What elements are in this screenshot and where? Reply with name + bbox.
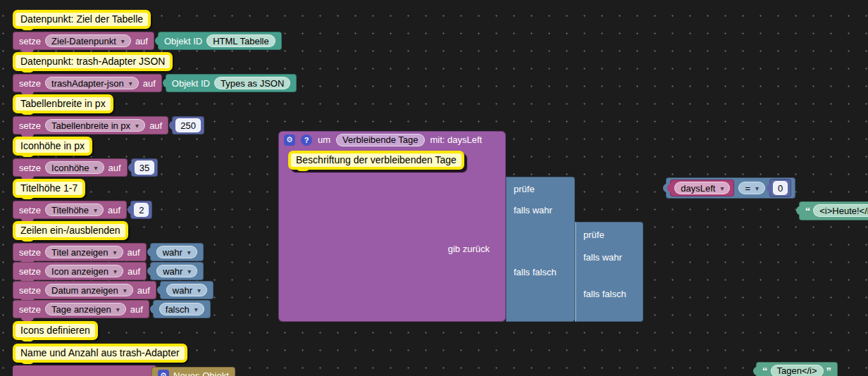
- auf-keyword: auf: [128, 266, 140, 277]
- number-value[interactable]: 2: [134, 203, 149, 217]
- auf-keyword: auf: [108, 163, 121, 173]
- if-true-label: falls wahr: [514, 205, 552, 215]
- um-keyword: um: [318, 134, 330, 145]
- new-object-block[interactable]: ⚙ Neues Objekt: [151, 367, 235, 376]
- set-variable-block[interactable]: setze Tage anzeigen auf: [13, 300, 149, 318]
- setze-keyword: setze: [19, 285, 41, 296]
- comment-block[interactable]: Zeilen ein-/ausblenden: [13, 221, 128, 240]
- boolean-dropdown[interactable]: wahr: [156, 246, 197, 258]
- function-params: mit: daysLeft: [430, 134, 483, 145]
- open-quote-icon: “: [762, 365, 768, 376]
- comment-block[interactable]: Datenpunkt: Ziel der Tabelle: [13, 10, 151, 29]
- function-name-field[interactable]: Verbleibende Tage: [336, 134, 424, 146]
- comment-block[interactable]: Beschriftung der verbleibenden Tage: [288, 151, 464, 170]
- text-value[interactable]: Tagen</i>: [771, 365, 824, 376]
- if-false-label: falls falsch: [583, 289, 626, 299]
- number-block[interactable]: 0: [769, 179, 791, 197]
- blockly-workspace[interactable]: Datenpunkt: Ziel der Tabelle setze Ziel-…: [0, 0, 868, 376]
- set-variable-block[interactable]: setze Ziel-Datenpunkt auf: [13, 32, 154, 50]
- number-block[interactable]: 250: [172, 116, 204, 134]
- mutator-gear-icon[interactable]: ⚙: [158, 370, 169, 376]
- auf-keyword: auf: [137, 285, 150, 296]
- object-id-label: Objekt ID: [172, 78, 210, 89]
- set-variable-block-partial[interactable]: [13, 365, 156, 376]
- boolean-dropdown[interactable]: wahr: [166, 284, 207, 296]
- set-variable-block[interactable]: setze Icon anzeigen auf: [13, 262, 147, 280]
- text-value[interactable]: <i>Heute!</i>: [813, 204, 868, 217]
- if-check-label: prüfe: [514, 184, 535, 194]
- set-variable-block[interactable]: setze Datum anzeigen auf: [13, 281, 156, 299]
- variable-dropdown[interactable]: Datum anzeigen: [45, 284, 133, 296]
- number-block[interactable]: 35: [131, 158, 158, 177]
- setze-keyword: setze: [19, 266, 41, 277]
- comparison-block[interactable]: daysLeft = 0: [666, 177, 795, 199]
- variable-dropdown[interactable]: Ziel-Datenpunkt: [45, 35, 131, 47]
- number-block[interactable]: 2: [130, 201, 152, 219]
- mutator-gear-icon[interactable]: ⚙: [284, 134, 295, 146]
- variable-get-block[interactable]: daysLeft: [670, 180, 734, 196]
- object-id-block[interactable]: Objekt ID HTML Tabelle: [158, 32, 282, 50]
- set-variable-block[interactable]: setze trashAdapter-json auf: [13, 74, 162, 92]
- logic-value-block[interactable]: wahr: [150, 243, 204, 261]
- new-object-label: Neues Objekt: [173, 370, 229, 376]
- text-string-block[interactable]: “ <i>Heute!</i> ”: [799, 201, 868, 220]
- number-value[interactable]: 0: [773, 181, 788, 195]
- if-else-block[interactable]: prüfe falls wahr falls falsch: [575, 222, 643, 322]
- number-value[interactable]: 35: [135, 161, 154, 175]
- setze-keyword: setze: [19, 304, 41, 315]
- logic-value-block[interactable]: falsch: [153, 300, 211, 318]
- variable-dropdown[interactable]: Tabellenbreite in px: [45, 119, 145, 132]
- setze-keyword: setze: [19, 163, 41, 173]
- boolean-dropdown[interactable]: falsch: [159, 303, 204, 315]
- if-false-label: falls falsch: [514, 267, 557, 277]
- variable-dropdown[interactable]: trashAdapter-json: [45, 77, 139, 89]
- set-variable-block[interactable]: setze Iconhöhe auf: [13, 158, 128, 177]
- object-id-label: Objekt ID: [164, 36, 202, 46]
- logic-value-block[interactable]: wahr: [160, 281, 213, 299]
- return-label: gib zurück: [278, 244, 490, 254]
- auf-keyword: auf: [130, 304, 143, 315]
- open-quote-icon: “: [805, 206, 811, 216]
- set-variable-block[interactable]: setze Titelhöhe auf: [13, 201, 127, 219]
- auf-keyword: auf: [143, 78, 156, 89]
- auf-keyword: auf: [149, 120, 162, 131]
- object-id-value[interactable]: Types as JSON: [214, 77, 290, 89]
- comment-block[interactable]: Name und Anzahl aus trash-Adapter: [13, 344, 187, 363]
- variable-dropdown[interactable]: Icon anzeigen: [45, 265, 123, 277]
- variable-dropdown[interactable]: Titel anzeigen: [45, 246, 123, 258]
- number-value[interactable]: 250: [175, 118, 201, 132]
- comment-block[interactable]: Iconhöhe in px: [13, 137, 92, 156]
- comment-block[interactable]: Tabellenbreite in px: [13, 94, 113, 113]
- object-id-value[interactable]: HTML Tabelle: [206, 35, 275, 47]
- if-check-label: prüfe: [583, 230, 604, 240]
- object-id-block[interactable]: Objekt ID Types as JSON: [166, 74, 297, 92]
- set-variable-block[interactable]: setze Titel anzeigen auf: [13, 243, 147, 261]
- auf-keyword: auf: [128, 247, 140, 258]
- comment-block[interactable]: Titelhöhe 1-7: [13, 179, 85, 198]
- variable-dropdown[interactable]: daysLeft: [674, 182, 730, 194]
- function-header[interactable]: ⚙ ? um Verbleibende Tage mit: daysLeft: [278, 131, 482, 149]
- setze-keyword: setze: [19, 120, 41, 131]
- set-variable-block[interactable]: setze Tabellenbreite in px auf: [13, 116, 168, 134]
- boolean-dropdown[interactable]: wahr: [156, 265, 197, 277]
- help-icon[interactable]: ?: [301, 134, 312, 146]
- close-quote-icon: ”: [826, 365, 832, 376]
- variable-dropdown[interactable]: Iconhöhe: [45, 161, 104, 174]
- if-true-label: falls wahr: [583, 252, 622, 263]
- variable-dropdown[interactable]: Tage anzeigen: [45, 303, 126, 315]
- comment-block[interactable]: Datenpunkt: trash-Adapter JSON: [13, 52, 173, 71]
- operator-dropdown[interactable]: =: [738, 182, 765, 194]
- logic-value-block[interactable]: wahr: [150, 262, 204, 280]
- text-string-block[interactable]: “ Tagen</i> ”: [756, 362, 838, 376]
- setze-keyword: setze: [19, 205, 41, 215]
- setze-keyword: setze: [19, 247, 41, 258]
- auf-keyword: auf: [135, 36, 148, 46]
- variable-dropdown[interactable]: Titelhöhe: [45, 203, 104, 216]
- comment-block[interactable]: Icons definieren: [13, 321, 98, 340]
- if-else-block[interactable]: prüfe falls wahr falls falsch: [506, 177, 575, 322]
- auf-keyword: auf: [108, 205, 120, 215]
- setze-keyword: setze: [19, 36, 41, 46]
- setze-keyword: setze: [19, 78, 41, 89]
